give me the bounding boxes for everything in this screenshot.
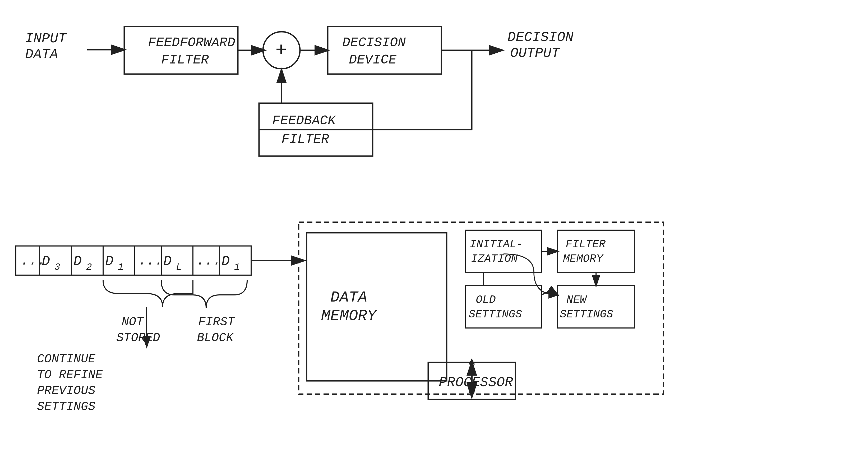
old-settings-label1: OLD [476,294,496,306]
filter-mem-label1: FILTER [566,238,606,251]
continue-label4: SETTINGS [37,400,95,414]
feedback-label2: FILTER [281,132,329,147]
svg-text:1: 1 [234,262,240,273]
data-memory-label1: DATA [331,289,367,306]
continue-label1: CONTINUE [37,352,95,366]
feedforward-label1: FEEDFORWARD [148,35,235,50]
new-settings-label1: NEW [566,294,587,306]
old-settings-box [465,286,542,328]
svg-text:1: 1 [118,262,124,273]
diagram-container: INPUT DATA FEEDFORWARD FILTER + DECISION… [0,0,868,465]
filter-mem-label2: MEMORY [563,253,604,265]
svg-text:...: ... [138,253,163,269]
input-data-label2: DATA [25,47,58,62]
decision-output-label1: DECISION [507,30,574,45]
processor-label: PROCESSOR [439,375,513,390]
svg-text:L: L [176,262,182,273]
feedback-label1: FEEDBACK [272,113,336,128]
svg-text:D: D [42,254,50,269]
decision-label2: DEVICE [349,52,397,67]
not-stored-label1: NOT [122,315,144,329]
initialization-box [465,230,542,272]
old-settings-label2: SETTINGS [469,308,522,321]
data-memory-box [307,233,447,381]
continue-label2: TO REFINE [37,368,103,382]
svg-text:D: D [221,254,230,269]
svg-text:D: D [73,254,82,269]
svg-text:...: ... [196,253,221,269]
init-label1: INITIAL- [470,238,523,251]
not-stored-label2: STORED [116,331,160,345]
continue-label3: PREVIOUS [37,384,95,398]
svg-text:3: 3 [55,262,60,273]
first-block-label1: FIRST [198,315,235,329]
input-data-label: INPUT [25,31,67,47]
new-settings-box [558,286,634,328]
decision-label1: DECISION [342,35,406,50]
filter-memory-box [558,230,634,272]
summer-plus: + [275,40,287,61]
first-block-label2: BLOCK [197,331,234,345]
svg-marker-40 [469,358,475,365]
data-memory-label2: MEMORY [321,307,377,324]
new-settings-label2: SETTINGS [560,308,613,321]
feedforward-label2: FILTER [161,52,209,67]
svg-text:D: D [105,254,114,269]
decision-output-label2: OUTPUT [510,46,560,61]
svg-text:2: 2 [86,262,92,273]
svg-text:D: D [163,254,172,269]
